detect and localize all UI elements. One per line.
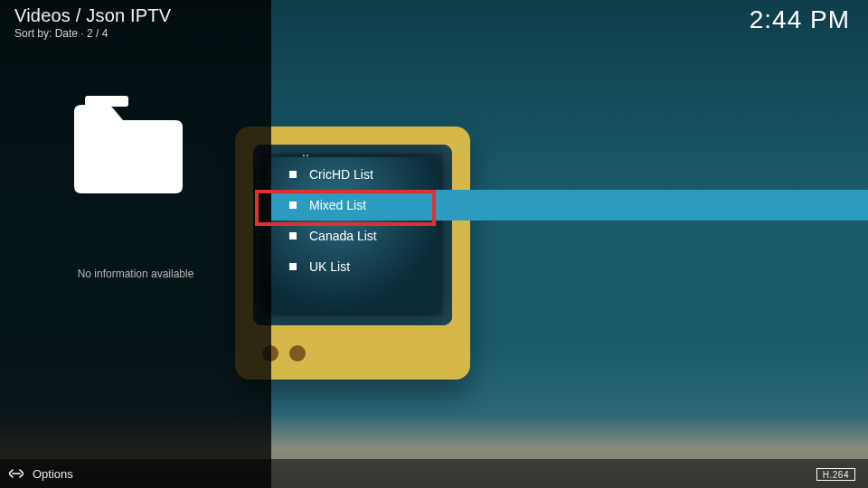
no-information-text: No information available	[45, 267, 226, 280]
options-arrows-icon	[9, 466, 24, 481]
list-item[interactable]: Mixed List	[271, 190, 868, 221]
info-sidebar: Videos / Json IPTV Sort by: Date · 2 / 4…	[0, 0, 271, 488]
list-item[interactable]: UK List	[271, 251, 868, 282]
list-item-parent[interactable]: ..	[271, 136, 868, 159]
footer-bar: Options H.264	[0, 459, 868, 488]
list-item-label: UK List	[309, 259, 350, 274]
options-label: Options	[33, 467, 73, 481]
bullet-icon	[289, 232, 297, 239]
options-button[interactable]: Options	[0, 466, 73, 481]
list-item-label: ..	[302, 145, 309, 159]
folder-icon	[65, 87, 192, 195]
list-item-label: CricHD List	[309, 167, 373, 182]
bullet-icon	[289, 263, 297, 270]
svg-rect-0	[85, 96, 128, 107]
bullet-icon	[289, 202, 297, 209]
list-item[interactable]: Canada List	[271, 221, 868, 251]
content-list: .. CricHD List Mixed List Canada List UK…	[271, 136, 868, 282]
sort-indicator: Sort by: Date · 2 / 4	[14, 27, 108, 40]
list-item[interactable]: CricHD List	[271, 159, 868, 190]
bullet-icon	[289, 171, 297, 178]
clock: 2:44 PM	[750, 5, 850, 34]
breadcrumb: Videos / Json IPTV	[14, 5, 171, 26]
list-item-label: Mixed List	[309, 198, 366, 212]
list-item-label: Canada List	[309, 229, 377, 243]
codec-badge: H.264	[816, 468, 855, 481]
